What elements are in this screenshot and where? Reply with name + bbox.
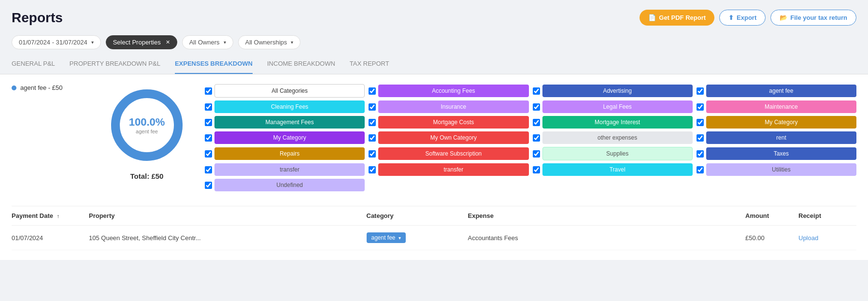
category-checkbox-my-own[interactable] <box>369 134 376 142</box>
tab-general-pl[interactable]: GENERAL P&L <box>12 54 55 74</box>
category-checkbox-management[interactable] <box>205 119 212 126</box>
row-property: 105 Queen Street, Sheffield City Centr..… <box>89 234 362 242</box>
category-btn-maintenance[interactable]: Maintenance <box>706 100 856 113</box>
pdf-report-button[interactable]: 📄 Get PDF Report <box>640 10 714 26</box>
col-date[interactable]: Payment Date ↑ <box>12 212 84 219</box>
category-btn-transfer-lav[interactable]: transfer <box>214 163 365 176</box>
category-btn-cleaning[interactable]: Cleaning Fees <box>214 100 365 113</box>
category-btn-travel[interactable]: Travel <box>542 163 693 176</box>
date-filter[interactable]: 01/07/2024 - 31/07/2024 ▾ <box>12 35 101 49</box>
category-checkbox-my-category-gold[interactable] <box>697 119 704 126</box>
category-checkbox-agent-fee[interactable] <box>697 87 704 95</box>
category-checkbox-all[interactable] <box>205 87 212 95</box>
category-checkbox-advertising[interactable] <box>533 87 540 95</box>
category-item-transfer-lav: transfer <box>205 163 365 176</box>
owners-filter[interactable]: All Owners ▾ <box>182 35 233 49</box>
category-btn-supplies[interactable]: Supplies <box>542 147 693 160</box>
category-item-my-category: My Category <box>205 131 365 144</box>
category-btn-my-category[interactable]: My Category <box>214 131 365 144</box>
category-item-management: Management Fees <box>205 116 365 129</box>
properties-filter[interactable]: Select Properties ✕ <box>106 35 177 49</box>
category-checkbox-transfer-red[interactable] <box>369 166 376 173</box>
category-btn-other[interactable]: other expenses <box>542 131 693 144</box>
category-btn-utilities[interactable]: Utilities <box>706 163 856 176</box>
category-btn-legal[interactable]: Legal Fees <box>542 100 693 113</box>
col-amount: Amount <box>745 212 794 219</box>
category-item-rent: rent <box>697 131 856 144</box>
category-tag-label: agent fee <box>371 234 396 241</box>
legend-dot <box>12 86 16 90</box>
category-checkbox-other[interactable] <box>533 134 540 142</box>
tab-property-breakdown[interactable]: PROPERTY BREAKDOWN P&L <box>70 54 160 74</box>
category-item-software: Software Subscription <box>369 147 528 160</box>
category-checkbox-taxes[interactable] <box>697 150 704 158</box>
tax-return-button[interactable]: 📂 File your tax return <box>770 10 856 26</box>
category-checkbox-cleaning[interactable] <box>205 103 212 111</box>
category-item-repairs: Repairs <box>205 147 365 160</box>
col-category: Category <box>367 212 463 219</box>
chevron-down-icon: ▾ <box>291 40 293 45</box>
category-item-taxes: Taxes <box>697 147 856 160</box>
category-item-legal: Legal Fees <box>533 100 693 113</box>
date-filter-value: 01/07/2024 - 31/07/2024 <box>19 39 87 46</box>
category-btn-accounting[interactable]: Accounting Fees <box>378 85 528 97</box>
row-amount: £50.00 <box>745 234 794 242</box>
expenses-table: Payment Date ↑ Property Category Expense… <box>12 206 856 250</box>
category-item-my-category-gold: My Category <box>697 116 856 129</box>
category-btn-undefined[interactable]: Undefined <box>214 179 365 191</box>
chevron-down-icon: ▾ <box>91 40 94 45</box>
chart-legend: agent fee - £50 <box>12 84 89 94</box>
category-item-other: other expenses <box>533 131 693 144</box>
category-checkbox-transfer-lav[interactable] <box>205 166 212 173</box>
category-checkbox-repairs[interactable] <box>205 150 212 158</box>
category-btn-insurance[interactable]: Insurance <box>378 100 528 113</box>
category-checkbox-software[interactable] <box>369 150 376 158</box>
header-actions: 📄 Get PDF Report ⬆ Export 📂 File your ta… <box>640 10 856 26</box>
category-checkbox-utilities[interactable] <box>697 166 704 173</box>
category-checkbox-my-category[interactable] <box>205 134 212 142</box>
category-btn-transfer-red[interactable]: transfer <box>378 163 528 176</box>
category-item-transfer-red: transfer <box>369 163 528 176</box>
category-item-undefined: Undefined <box>205 179 365 191</box>
category-item-agent-fee: agent fee <box>697 84 856 98</box>
tab-expenses-breakdown[interactable]: EXPENSES BREAKDOWN <box>175 54 253 74</box>
category-btn-mortgage-interest[interactable]: Mortgage Interest <box>542 116 693 129</box>
ownerships-filter[interactable]: All Ownerships ▾ <box>238 35 301 49</box>
category-btn-repairs[interactable]: Repairs <box>214 147 365 160</box>
category-item-mortgage-interest: Mortgage Interest <box>533 116 693 129</box>
category-btn-my-category-gold[interactable]: My Category <box>706 116 856 129</box>
category-btn-taxes[interactable]: Taxes <box>706 147 856 160</box>
categories-grid: All Categories Accounting Fees Advertisi… <box>205 84 856 191</box>
category-checkbox-rent[interactable] <box>697 134 704 142</box>
category-btn-agent-fee[interactable]: agent fee <box>706 85 856 97</box>
col-property: Property <box>89 212 362 219</box>
pdf-icon: 📄 <box>648 14 656 21</box>
close-icon[interactable]: ✕ <box>166 39 170 45</box>
category-checkbox-accounting[interactable] <box>369 87 376 95</box>
category-btn-management[interactable]: Management Fees <box>214 116 365 129</box>
tab-income-breakdown[interactable]: INCOME BREAKDOWN <box>267 54 335 74</box>
col-receipt: Receipt <box>798 212 856 219</box>
table-row: 01/07/2024 105 Queen Street, Sheffield C… <box>12 226 856 250</box>
category-btn-all[interactable]: All Categories <box>214 84 365 98</box>
category-checkbox-legal[interactable] <box>533 103 540 111</box>
category-btn-software[interactable]: Software Subscription <box>378 147 528 160</box>
category-tag[interactable]: agent fee ▾ <box>367 232 406 243</box>
category-checkbox-insurance[interactable] <box>369 103 376 111</box>
category-btn-mortgage-costs[interactable]: Mortgage Costs <box>378 116 528 129</box>
category-checkbox-mortgage-interest[interactable] <box>533 119 540 126</box>
tab-tax-report[interactable]: TAX REPORT <box>350 54 389 74</box>
category-item-accounting: Accounting Fees <box>369 84 528 98</box>
category-btn-rent[interactable]: rent <box>706 131 856 144</box>
category-btn-advertising[interactable]: Advertising <box>542 85 693 97</box>
export-button[interactable]: ⬆ Export <box>719 10 766 26</box>
category-btn-my-own[interactable]: My Own Category <box>378 131 528 144</box>
upload-link[interactable]: Upload <box>798 234 818 242</box>
legend-item: agent fee - £50 <box>12 84 89 91</box>
category-checkbox-mortgage-costs[interactable] <box>369 119 376 126</box>
category-checkbox-travel[interactable] <box>533 166 540 173</box>
category-checkbox-maintenance[interactable] <box>697 103 704 111</box>
category-checkbox-undefined[interactable] <box>205 182 212 189</box>
sort-icon: ↑ <box>57 213 60 219</box>
category-checkbox-supplies[interactable] <box>533 150 540 158</box>
